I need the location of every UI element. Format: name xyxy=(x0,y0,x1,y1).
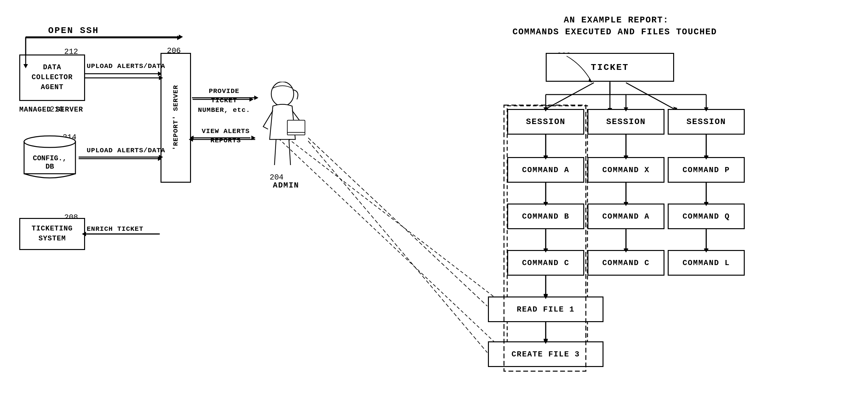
data-collector-label: DATACOLLECTORAGENT xyxy=(32,63,73,92)
svg-line-53 xyxy=(275,139,276,165)
data-collector-box: DATACOLLECTORAGENT xyxy=(19,55,85,101)
svg-line-45 xyxy=(275,135,504,351)
open-ssh-label: OPEN SSH xyxy=(48,26,99,36)
svg-point-49 xyxy=(24,136,75,147)
command-a-box: COMMAND A xyxy=(507,157,584,183)
read-file-1-box: READ FILE 1 xyxy=(488,297,603,322)
svg-rect-55 xyxy=(287,120,305,133)
report-title-line2: COMMANDS EXECUTED AND FILES TOUCHED xyxy=(478,27,751,37)
view-alerts-label: VIEW ALERTS REPORTS xyxy=(195,127,256,145)
ticketing-system-box: TICKETINGSYSTEM xyxy=(19,218,85,250)
provide-ticket-label: PROVIDE TICKET NUMBER, etc. xyxy=(195,86,253,115)
svg-line-89 xyxy=(308,141,487,353)
svg-rect-56 xyxy=(287,132,305,135)
svg-line-19 xyxy=(626,83,674,109)
command-p-box: COMMAND P xyxy=(668,157,745,183)
command-l-box: COMMAND L xyxy=(668,250,745,276)
command-b-box: COMMAND B xyxy=(507,204,584,229)
svg-line-54 xyxy=(289,139,290,165)
admin-label: ADMIN xyxy=(273,181,299,190)
enrich-ticket-label: ENRICH TICKET xyxy=(87,225,144,233)
command-c-box-2: COMMAND C xyxy=(587,250,664,276)
upload-alerts-label-1: UPLOAD ALERTS/DATA xyxy=(87,63,165,70)
session-label-3: SESSION xyxy=(686,117,726,127)
upload-alerts-label-2: UPLOAD ALERTS/DATA xyxy=(87,147,165,154)
svg-line-15 xyxy=(546,83,594,109)
svg-line-88 xyxy=(308,138,487,306)
session-box-1: SESSION xyxy=(507,109,584,135)
svg-text:DB: DB xyxy=(45,163,54,171)
report-server-label: 'REPORT' SERVER xyxy=(172,85,180,150)
label-204: 204 xyxy=(270,173,283,182)
report-title-line1: AN EXAMPLE REPORT: xyxy=(504,15,729,25)
svg-point-52 xyxy=(271,82,294,106)
ticket-box: TICKET xyxy=(546,53,674,82)
ticketing-label: TICKETINGSYSTEM xyxy=(32,224,73,244)
config-db-svg: CONFIG., DB xyxy=(23,135,77,179)
session-box-2: SESSION xyxy=(587,109,664,135)
command-q-box: COMMAND Q xyxy=(668,204,745,229)
admin-figure-svg xyxy=(257,82,308,175)
svg-rect-43 xyxy=(507,106,587,366)
command-a2-box: COMMAND A xyxy=(587,204,664,229)
svg-marker-92 xyxy=(177,36,181,40)
session-label-1: SESSION xyxy=(526,117,565,127)
svg-rect-87 xyxy=(504,105,586,371)
session-label-2: SESSION xyxy=(606,117,646,127)
svg-line-44 xyxy=(275,128,504,305)
svg-marker-1 xyxy=(179,35,183,39)
command-x-box: COMMAND X xyxy=(587,157,664,183)
managed-server-label: MANAGED SERVER xyxy=(19,106,83,114)
diagram-container: OPEN SSH 212 DATACOLLECTORAGENT 210 MANA… xyxy=(0,0,868,417)
svg-text:CONFIG.,: CONFIG., xyxy=(33,154,67,163)
session-box-3: SESSION xyxy=(668,109,745,135)
report-server-box: 'REPORT' SERVER xyxy=(160,53,191,183)
create-file-3-box: CREATE FILE 3 xyxy=(488,341,603,367)
command-c-box-1: COMMAND C xyxy=(507,250,584,276)
